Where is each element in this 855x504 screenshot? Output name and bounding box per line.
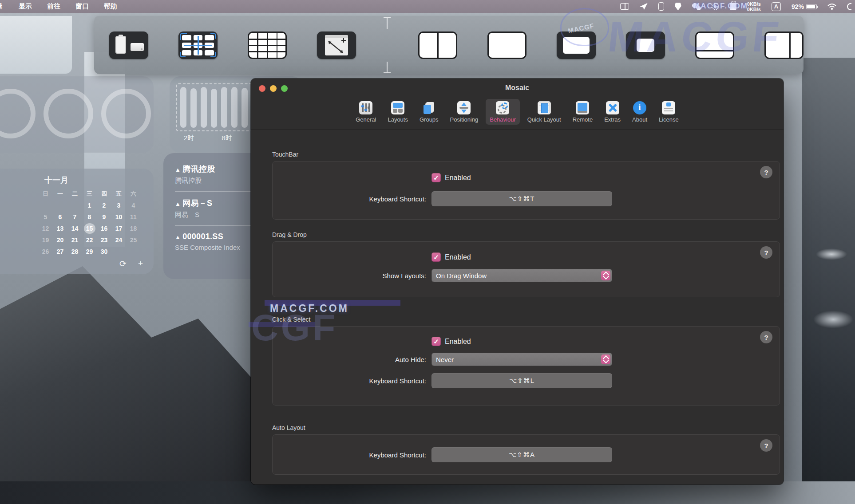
tab-license[interactable]: License — [655, 99, 683, 125]
window-titlebar[interactable]: Mosaic — [251, 79, 784, 98]
layout-tile-center-small[interactable] — [626, 32, 665, 59]
menu-item-help[interactable]: 帮助 — [104, 2, 117, 11]
menu-item-go[interactable]: 前往 — [47, 2, 60, 11]
section-title-clickselect: Click & Select — [272, 316, 771, 323]
license-tab-icon — [662, 101, 675, 114]
tab-layouts[interactable]: Layouts — [384, 99, 412, 125]
layout-tile-full-screen[interactable] — [487, 32, 526, 59]
remote-tab-icon — [576, 101, 589, 114]
calendar-day-cell: 10 — [113, 212, 125, 222]
dragdrop-enabled-checkbox[interactable]: ✓ — [431, 252, 441, 262]
layout-tile-split-horizontal[interactable] — [695, 32, 734, 59]
wheel-icon[interactable] — [712, 3, 719, 10]
layout-tile-clipboard-drive[interactable] — [109, 32, 148, 59]
bracket-icon — [180, 52, 186, 57]
wallpaper-cliff-right — [802, 58, 855, 504]
layout-tile-split-vertical[interactable] — [418, 32, 457, 59]
usage-bar — [180, 87, 186, 128]
usage-bar — [190, 88, 197, 128]
layout-tile-resize-window[interactable] — [317, 32, 356, 59]
phone-icon[interactable] — [658, 2, 664, 11]
layout-tile-center-large[interactable] — [557, 32, 596, 59]
input-source-badge[interactable]: A — [772, 2, 781, 11]
background-window-corner — [0, 16, 72, 74]
divider — [175, 225, 253, 226]
tab-groups[interactable]: Groups — [416, 99, 443, 125]
calendar-day-cell: 30 — [99, 246, 110, 257]
calendar-day-cell: 27 — [55, 246, 66, 257]
wallpaper-snow-patch — [813, 311, 853, 328]
window-title: Mosaic — [251, 84, 784, 92]
bracket-icon — [210, 33, 216, 39]
calendar-empty-cell — [128, 246, 139, 257]
touchbar-enabled-checkbox[interactable]: ✓ — [431, 173, 441, 182]
tab-label: About — [632, 116, 647, 123]
pick-icon[interactable] — [675, 3, 681, 11]
calendar-day-cell: 1 — [84, 200, 95, 211]
edge-partial-icon[interactable] — [847, 3, 851, 10]
help-button[interactable]: ? — [760, 246, 772, 259]
preferences-toolbar: GeneralLayoutsGroupsPositioningBehaviour… — [251, 98, 784, 129]
tab-label: Positioning — [450, 116, 479, 123]
positioning-tab-icon — [457, 101, 471, 114]
battery-status[interactable]: 92% — [792, 3, 817, 10]
usage-bar — [231, 87, 238, 128]
usage-bar — [241, 88, 248, 128]
calendar-day-cell: 23 — [99, 235, 110, 245]
menu-item-edit-partial[interactable]: 辑 — [0, 2, 4, 11]
calendar-add-button[interactable]: + — [138, 259, 143, 269]
usage-bar — [221, 87, 227, 128]
layout-tile-grid-4x4[interactable] — [248, 32, 287, 59]
tab-label: Behaviour — [490, 116, 516, 123]
clickselect-shortcut-field[interactable]: ⌥⇧⌘L — [431, 373, 612, 388]
up-triangle-icon: ▲ — [175, 166, 181, 173]
touchbar-shortcut-field[interactable]: ⌥⇧⌘T — [431, 191, 612, 206]
general-tab-icon — [359, 101, 372, 114]
usage-bar — [211, 89, 217, 128]
calendar-refresh-button[interactable]: ⟳ — [119, 259, 127, 269]
calendar-day-cell: 28 — [69, 246, 81, 257]
help-button[interactable]: ? — [760, 166, 772, 178]
mosaic-preferences-window: Mosaic GeneralLayoutsGroupsPositioningBe… — [251, 79, 784, 484]
tab-positioning[interactable]: Positioning — [446, 99, 483, 125]
tab-label: Groups — [420, 116, 439, 123]
help-button[interactable]: ? — [760, 331, 772, 343]
calendar-month-label: 十一月 — [44, 175, 68, 185]
autolayout-shortcut-field[interactable]: ⌥⇧⌘A — [431, 447, 612, 462]
clickselect-enabled-checkbox[interactable]: ✓ — [431, 337, 441, 346]
blue-cross-icon — [198, 36, 199, 55]
network-speed-indicator[interactable]: 0KB/s0KB/s — [747, 1, 761, 12]
tab-remote[interactable]: Remote — [569, 99, 597, 125]
layout-tile-grid-3x3-position[interactable] — [178, 32, 218, 59]
wechat-icon[interactable] — [692, 3, 701, 10]
touchbar-shortcut-label: Keyboard Shortcut: — [273, 195, 431, 203]
stock-symbol: 腾讯控股 — [182, 165, 215, 173]
show-layouts-dropdown[interactable]: On Drag Window — [431, 269, 612, 282]
auto-hide-label: Auto Hide: — [273, 356, 431, 363]
dragdrop-groupbox: ? ✓ Enabled Show Layouts: On Drag Window — [272, 241, 780, 297]
calendar-grid: 日一二三四五六123456789101112131415161718192021… — [38, 188, 141, 257]
bag-icon[interactable] — [730, 3, 736, 10]
auto-hide-dropdown[interactable]: Never — [431, 353, 612, 366]
tab-general[interactable]: General — [352, 99, 380, 125]
paper-plane-icon[interactable] — [640, 3, 648, 10]
layout-tile-left-wide[interactable] — [764, 32, 804, 59]
calendar-day-cell: 25 — [128, 235, 139, 245]
wifi-icon[interactable] — [827, 3, 836, 10]
calendar-widget[interactable]: 十一月 日一二三四五六12345678910111213141516171819… — [0, 169, 154, 274]
tab-behaviour[interactable]: Behaviour — [486, 99, 520, 125]
calendar-day-cell: 24 — [113, 235, 125, 245]
calendar-day-cell: 2 — [99, 200, 110, 211]
menu-item-view[interactable]: 显示 — [19, 2, 32, 11]
split-panes-icon[interactable] — [620, 3, 629, 10]
tab-extras[interactable]: Extras — [600, 99, 625, 125]
calendar-weekday-label: 四 — [101, 190, 107, 198]
help-button[interactable]: ? — [760, 439, 772, 452]
menu-item-window[interactable]: 窗口 — [75, 2, 89, 11]
tab-about[interactable]: About — [628, 99, 651, 125]
calendar-empty-cell — [55, 200, 66, 211]
rings-widget[interactable] — [0, 76, 154, 153]
tab-quicklayout[interactable]: Quick Layout — [523, 99, 565, 125]
quicklayout-tab-icon — [538, 101, 551, 114]
stock-symbol: 000001.SS — [182, 232, 223, 241]
